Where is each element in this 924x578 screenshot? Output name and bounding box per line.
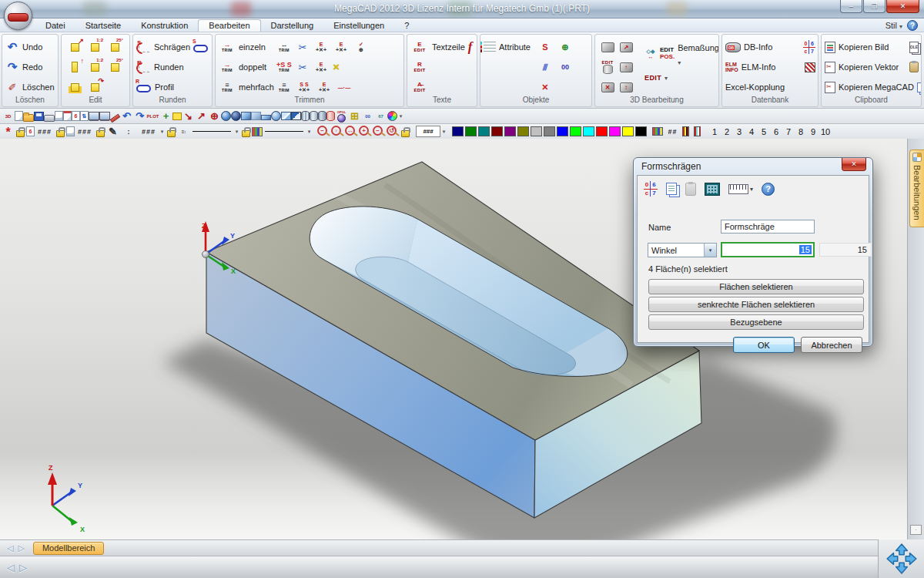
calculator-icon[interactable]	[705, 183, 720, 196]
page-setup-icon[interactable]	[63, 111, 72, 121]
delete-button[interactable]: ✐ Löschen	[5, 77, 55, 96]
solid-sweep-icon[interactable]: ↗	[620, 42, 633, 52]
cancel-button[interactable]: Abbrechen	[801, 337, 862, 353]
minimize-button[interactable]: –	[840, 0, 862, 13]
swatch-gray[interactable]	[544, 126, 555, 136]
break-e-icon[interactable]: E+✕+	[313, 42, 330, 52]
break-e-bar-icon[interactable]: E+✕+	[333, 42, 350, 52]
linetype-icon[interactable]: ≡:	[177, 125, 190, 139]
zoom-window-icon[interactable]: ▫	[331, 126, 341, 136]
structure-tree-icon[interactable]: ⊞	[348, 109, 361, 123]
toolbar1-overflow[interactable]: ▾	[397, 109, 404, 123]
window-prev-icon[interactable]	[89, 112, 99, 120]
color-display[interactable]: ###	[416, 126, 440, 137]
maximize-button[interactable]: ❐	[863, 0, 886, 13]
parameter-combobox[interactable]: Winkel ▾	[648, 243, 717, 257]
box-trans-view-icon[interactable]	[251, 112, 261, 120]
scroll-corner[interactable]: ·	[910, 525, 922, 535]
reference-plane-button[interactable]: Bezugsebene	[648, 314, 864, 330]
zoom-previous-icon[interactable]: ↺	[387, 126, 397, 136]
tab-startseite[interactable]: Startseite	[75, 20, 131, 32]
swatch-yellow[interactable]	[622, 126, 634, 136]
group-lock-icon[interactable]	[56, 130, 65, 137]
dialog-close-button[interactable]: ✕	[842, 158, 866, 171]
pan-arrows-icon[interactable]	[886, 543, 918, 575]
swatch-lime[interactable]	[570, 126, 581, 136]
linetype-dropdown[interactable]: ▾	[233, 125, 240, 139]
view-3[interactable]: 3	[733, 125, 745, 139]
group-doc-icon[interactable]	[66, 126, 75, 136]
delete-segment-icon[interactable]: ✕	[333, 62, 340, 72]
box-solid-view-icon[interactable]	[241, 112, 251, 120]
edit-textblock-button[interactable]: REDIT	[410, 57, 474, 77]
copy-icon[interactable]	[666, 183, 677, 195]
linewidth-lock-icon[interactable]	[242, 130, 250, 137]
save-file-icon[interactable]	[34, 112, 44, 121]
ole-icon[interactable]: OLE	[909, 42, 919, 53]
copy-icon[interactable]	[917, 82, 921, 92]
zoom-out-icon[interactable]: −	[317, 126, 327, 136]
undo-icon[interactable]: ↶	[120, 109, 133, 123]
attribute-button[interactable]: Attribute	[484, 37, 531, 57]
tab-modellbereich[interactable]: Modellbereich	[33, 542, 104, 555]
pen-display[interactable]: ###	[142, 125, 156, 139]
face-add-icon[interactable]: ⊕	[557, 42, 574, 52]
color-lock-icon[interactable]	[401, 130, 410, 137]
cs-x-icon[interactable]: ↘	[182, 109, 195, 123]
swatch-purple[interactable]	[504, 126, 516, 136]
trim-ends-icon[interactable]: ↔TRIM	[276, 42, 293, 52]
rotate-25-icon[interactable]: 25°	[106, 39, 123, 55]
break-e3-icon[interactable]: E+✕+	[316, 82, 333, 92]
copy-vector-button[interactable]: Kopieren Vektor	[825, 62, 899, 73]
redraw-icon[interactable]: *	[2, 126, 15, 139]
schraegen-button[interactable]: S Schrägen S	[136, 37, 209, 57]
ball-view-icon[interactable]	[271, 111, 281, 121]
dash-gap-icon[interactable]: —·—	[336, 85, 353, 90]
excel-kopplung-button[interactable]: Excel-Kopplung	[725, 77, 815, 96]
angle-input[interactable]: 15	[721, 242, 815, 257]
paste-icon[interactable]	[685, 183, 696, 196]
tab-scroll-left[interactable]: ◁	[7, 543, 13, 553]
swatch-black[interactable]	[635, 126, 647, 136]
view-7[interactable]: 7	[782, 125, 795, 139]
tab-einstellungen[interactable]: Einstellungen	[323, 20, 394, 32]
app-logo-button[interactable]	[4, 2, 32, 30]
slot-objects-icon[interactable]: 00	[557, 63, 574, 71]
sphere-view-icon[interactable]	[231, 111, 241, 121]
tab-help[interactable]: ?	[394, 20, 419, 32]
cylinder-wire-icon[interactable]	[310, 111, 318, 121]
redo-button[interactable]: ↷ Redo	[5, 57, 55, 77]
scale-1-2-icon[interactable]: 1:2	[86, 39, 103, 55]
copy-megacad-button[interactable]: Kopieren MegaCAD	[825, 82, 914, 93]
stil-dropdown[interactable]: Stil ▾	[886, 21, 902, 30]
solid-delete-icon[interactable]: ✕	[601, 82, 614, 92]
fraction-calc-icon[interactable]: 06 c7	[803, 40, 815, 54]
clipboard-paste-icon[interactable]	[909, 62, 919, 72]
scissors-divide-icon[interactable]: ✂	[296, 62, 310, 73]
globe-icon[interactable]	[221, 111, 231, 121]
copy-move-icon[interactable]: ↗	[66, 39, 83, 55]
slot-pair-icon[interactable]: 00	[361, 109, 374, 123]
redo-icon[interactable]: ↷	[133, 109, 146, 123]
trim-multi2-icon[interactable]: ≡TRIM	[276, 82, 293, 92]
view-10[interactable]: 10	[819, 125, 832, 139]
status-scroll-right[interactable]: ▷	[19, 562, 27, 573]
select-faces-button[interactable]: Flächen selektieren	[648, 279, 864, 294]
units-dropdown[interactable]: ▾	[728, 184, 753, 194]
elm-info-button[interactable]: ELMINFO ELM-Info	[725, 62, 775, 72]
cs-y-icon[interactable]: ↗	[195, 109, 208, 123]
select-perpendicular-faces-button[interactable]: senkrechte Flächen selektieren	[648, 297, 864, 312]
stripe-a-icon[interactable]	[682, 126, 689, 136]
profil-button[interactable]: R Profil	[136, 77, 209, 96]
runden-button[interactable]: R Runden	[136, 57, 209, 77]
layer-lock-icon[interactable]	[16, 130, 25, 137]
open-file-icon[interactable]	[23, 114, 34, 122]
solid-face-icon[interactable]	[601, 42, 614, 52]
swatch-cyan[interactable]	[583, 126, 594, 136]
pen-lock-icon[interactable]	[96, 130, 105, 137]
pen-dropdown[interactable]: ▾	[159, 125, 166, 139]
cut-view-icon[interactable]	[281, 112, 291, 120]
zoom-in-icon[interactable]: +	[359, 126, 369, 136]
linetype-sample[interactable]	[192, 131, 231, 132]
linewidth-dropdown[interactable]: ▾	[306, 125, 313, 139]
